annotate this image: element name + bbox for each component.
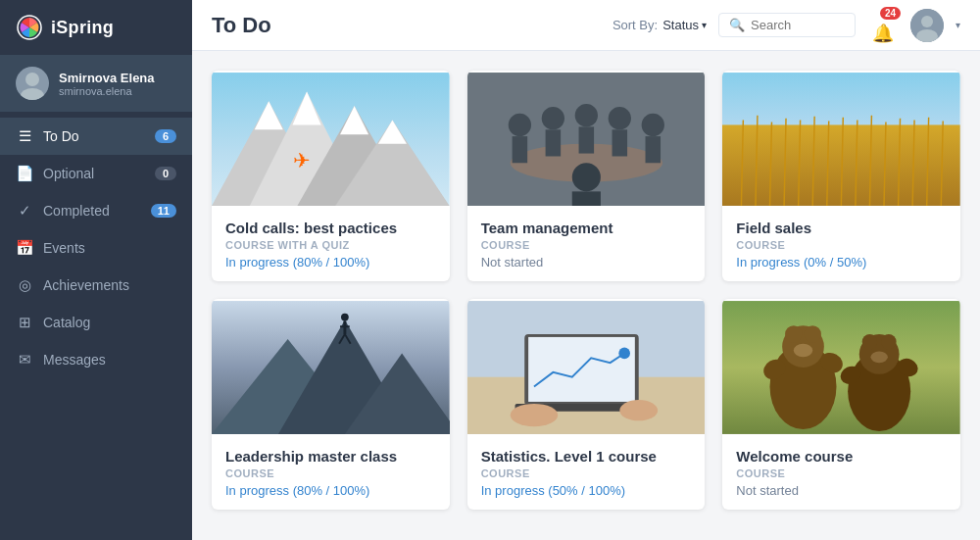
sidebar-item-todo[interactable]: ☰To Do6 (0, 118, 192, 155)
list-icon: ☰ (16, 127, 33, 145)
card-field-sales[interactable]: Field salesCOURSEIn progress (0% / 50%) (722, 71, 960, 281)
sort-by-control: Sort By: Status ▾ (612, 18, 707, 32)
sidebar-user-avatar (16, 67, 49, 100)
sidebar-user-handle: smirnova.elena (59, 85, 155, 97)
card-status-leadership: In progress (80% / 100%) (225, 483, 436, 498)
card-status-cold-calls: In progress (80% / 100%) (225, 255, 436, 270)
card-body-team-management: Team managementCOURSENot started (467, 208, 706, 281)
svg-point-69 (805, 325, 821, 342)
card-status-welcome: Not started (736, 483, 947, 498)
cards-grid: ✈ Cold calls: best pacticesCOURSE WITH A… (212, 71, 960, 510)
page-title: To Do (212, 13, 601, 38)
catalog-icon: ⊞ (16, 314, 33, 331)
card-status-statistics: In progress (50% / 100%) (481, 483, 692, 498)
card-leadership[interactable]: Leadership master classCOURSEIn progress… (212, 299, 450, 510)
svg-point-68 (785, 325, 802, 342)
sort-by-label: Sort By: (612, 18, 658, 32)
sidebar-logo: iSpring (0, 0, 192, 55)
card-title-team-management: Team management (481, 220, 692, 236)
svg-rect-60 (528, 337, 635, 402)
ispring-logo-icon (16, 14, 43, 41)
search-input[interactable] (751, 18, 845, 32)
svg-point-52 (341, 314, 349, 321)
card-image-field-sales (722, 71, 960, 208)
calendar-icon: 📅 (16, 239, 33, 257)
header-avatar-chevron: ▾ (956, 20, 960, 30)
card-status-team-management: Not started (481, 255, 692, 270)
achievement-icon: ◎ (16, 276, 33, 294)
sidebar-badge-optional: 0 (155, 167, 176, 180)
search-icon: 🔍 (729, 18, 745, 32)
sidebar-item-messages[interactable]: ✉Messages (0, 341, 192, 378)
card-type-field-sales: COURSE (736, 239, 947, 251)
sidebar-item-label-todo: To Do (43, 128, 145, 144)
doc-icon: 📄 (16, 165, 33, 182)
header-user-avatar[interactable] (910, 9, 944, 42)
card-type-statistics: COURSE (481, 467, 692, 479)
search-box[interactable]: 🔍 (718, 13, 856, 37)
card-type-welcome: COURSE (736, 467, 947, 479)
card-image-leadership (212, 299, 450, 436)
svg-point-76 (881, 334, 897, 350)
card-body-statistics: Statistics. Level 1 courseCOURSEIn progr… (467, 436, 706, 510)
sidebar-item-events[interactable]: 📅Events (0, 229, 192, 267)
sidebar-item-label-optional: Optional (43, 166, 145, 181)
card-team-management[interactable]: Team managementCOURSENot started (467, 71, 706, 281)
svg-point-63 (510, 404, 558, 426)
notifications-button[interactable]: 24 🔔 (867, 7, 899, 44)
svg-point-70 (794, 344, 812, 358)
svg-rect-30 (467, 73, 706, 206)
card-body-cold-calls: Cold calls: best pacticesCOURSE WITH A Q… (212, 208, 450, 281)
sidebar-nav: ☰To Do6📄Optional0✓Completed11📅Events◎Ach… (0, 112, 192, 540)
content-area: ✈ Cold calls: best pacticesCOURSE WITH A… (192, 51, 980, 540)
svg-point-64 (619, 400, 658, 420)
svg-point-61 (618, 348, 630, 360)
sidebar-item-label-messages: Messages (43, 352, 176, 368)
card-title-cold-calls: Cold calls: best pactices (225, 220, 436, 236)
card-title-field-sales: Field sales (736, 220, 947, 236)
svg-text:✈: ✈ (293, 149, 311, 172)
message-icon: ✉ (16, 351, 33, 368)
card-image-welcome (722, 299, 960, 436)
card-title-statistics: Statistics. Level 1 course (481, 448, 692, 465)
card-image-statistics (467, 299, 706, 436)
card-image-cold-calls: ✈ (212, 71, 450, 208)
sidebar-item-achievements[interactable]: ◎Achievements (0, 267, 192, 304)
card-type-leadership: COURSE (225, 467, 436, 479)
sidebar-badge-completed: 11 (151, 204, 176, 218)
svg-point-4 (921, 16, 933, 27)
card-body-leadership: Leadership master classCOURSEIn progress… (212, 436, 450, 510)
check-icon: ✓ (16, 202, 33, 220)
sidebar-badge-todo: 6 (155, 129, 176, 143)
sidebar-item-label-events: Events (43, 240, 176, 256)
main-content: To Do Sort By: Status ▾ 🔍 24 🔔 ▾ (192, 0, 980, 540)
card-welcome[interactable]: Welcome courseCOURSENot started (722, 299, 960, 510)
sidebar-item-label-completed: Completed (43, 203, 141, 219)
sort-by-value[interactable]: Status ▾ (662, 18, 707, 32)
svg-point-77 (871, 351, 888, 363)
logo-text: iSpring (51, 18, 114, 38)
card-title-welcome: Welcome course (736, 448, 947, 465)
sidebar: iSpring Smirnova Elena smirnova.elena ☰T… (0, 0, 192, 540)
sidebar-user-section[interactable]: Smirnova Elena smirnova.elena (0, 55, 192, 112)
sort-by-chevron-icon: ▾ (702, 20, 707, 30)
card-cold-calls[interactable]: ✈ Cold calls: best pacticesCOURSE WITH A… (212, 71, 450, 281)
sidebar-item-label-achievements: Achievements (43, 277, 176, 293)
card-status-field-sales: In progress (0% / 50%) (736, 255, 947, 270)
card-type-cold-calls: COURSE WITH A QUIZ (225, 239, 436, 251)
sort-by-value-text: Status (662, 18, 699, 32)
svg-point-1 (25, 73, 39, 86)
sidebar-item-label-catalog: Catalog (43, 315, 176, 330)
sidebar-item-catalog[interactable]: ⊞Catalog (0, 304, 192, 341)
page-header: To Do Sort By: Status ▾ 🔍 24 🔔 ▾ (192, 0, 980, 51)
sidebar-item-completed[interactable]: ✓Completed11 (0, 192, 192, 229)
svg-point-75 (862, 334, 878, 350)
svg-point-2 (21, 88, 44, 100)
sidebar-user-name: Smirnova Elena (59, 71, 155, 85)
bell-icon: 🔔 (872, 23, 894, 44)
card-statistics[interactable]: Statistics. Level 1 courseCOURSEIn progr… (467, 299, 706, 510)
sidebar-item-optional[interactable]: 📄Optional0 (0, 155, 192, 192)
card-body-welcome: Welcome courseCOURSENot started (722, 436, 960, 510)
notif-badge: 24 (880, 7, 901, 20)
card-image-team-management (467, 71, 706, 208)
